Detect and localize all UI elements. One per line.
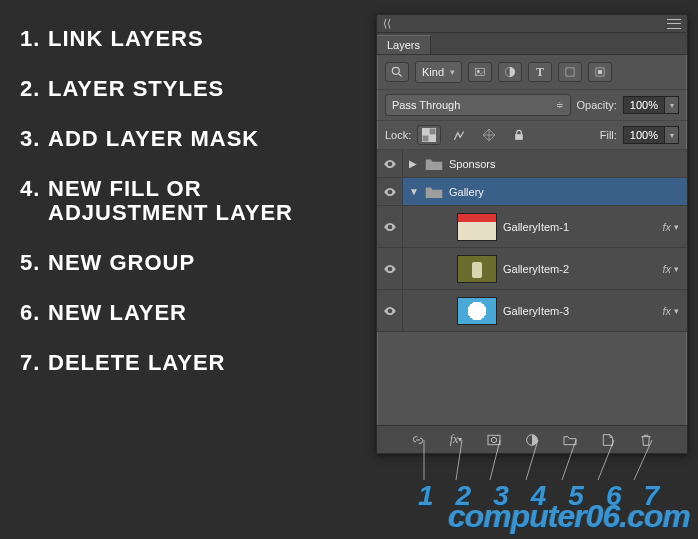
layer-thumbnail [457, 297, 497, 325]
lock-all-icon[interactable] [507, 125, 531, 145]
link-layers-button[interactable] [408, 430, 428, 450]
visibility-toggle[interactable] [377, 248, 403, 289]
filter-kind-dropdown[interactable]: Kind▾ [415, 61, 462, 83]
lock-row: Lock: Fill: 100%▾ [377, 121, 687, 150]
callout-numbers: 1 2 3 4 5 6 7 [418, 480, 698, 512]
opacity-input[interactable]: 100%▾ [623, 96, 679, 114]
legend-item: 1.Link Layers [20, 28, 293, 50]
visibility-toggle[interactable] [377, 178, 403, 205]
panel-menu-icon[interactable] [667, 19, 681, 29]
svg-point-0 [392, 67, 399, 74]
legend-item: 7.Delete Layer [20, 352, 293, 374]
visibility-toggle[interactable] [377, 290, 403, 331]
disclosure-icon[interactable]: ▼ [409, 186, 419, 197]
lock-label: Lock: [385, 129, 411, 141]
svg-line-1 [399, 74, 402, 77]
visibility-toggle[interactable] [377, 206, 403, 247]
fx-badge[interactable]: fx ▾ [662, 305, 679, 317]
disclosure-icon[interactable]: ▶ [409, 158, 419, 169]
blend-row: Pass Through≑ Opacity: 100%▾ [377, 90, 687, 121]
fx-badge[interactable]: fx ▾ [662, 221, 679, 233]
folder-icon [425, 185, 443, 199]
layer-name: Sponsors [449, 158, 495, 170]
tab-layers[interactable]: Layers [377, 35, 431, 54]
legend-item: Adjustment Layer [20, 202, 293, 224]
svg-rect-10 [429, 128, 436, 135]
blend-mode-dropdown[interactable]: Pass Through≑ [385, 94, 571, 116]
search-icon[interactable] [385, 62, 409, 82]
adjustment-layer-button[interactable] [522, 430, 542, 450]
layers-panel: ⟨⟨ Layers Kind▾ T Pass Through≑ Opacity:… [376, 14, 688, 454]
filter-adjust-icon[interactable] [498, 62, 522, 82]
filter-row: Kind▾ T [377, 55, 687, 90]
legend-item: 2.Layer Styles [20, 78, 293, 100]
panel-bottom-bar: fx▾ [377, 425, 687, 453]
new-layer-button[interactable] [598, 430, 618, 450]
svg-rect-12 [516, 134, 523, 139]
layer-name: GalleryItem-1 [503, 221, 569, 233]
legend-list: 1.Link Layers 2.Layer Styles 3.Add Layer… [20, 28, 293, 402]
new-group-button[interactable] [560, 430, 580, 450]
layer-styles-button[interactable]: fx▾ [446, 430, 466, 450]
layer-thumbnail [457, 213, 497, 241]
layer-group-sponsors[interactable]: ▶ Sponsors [377, 150, 687, 178]
legend-item: 6.New Layer [20, 302, 293, 324]
layers-list: ▶ Sponsors ▼ Gallery GalleryItem-1 fx ▾ [377, 150, 687, 332]
svg-rect-11 [422, 135, 429, 142]
svg-rect-5 [566, 68, 574, 76]
layer-thumbnail [457, 255, 497, 283]
layer-item[interactable]: GalleryItem-2 fx ▾ [377, 248, 687, 290]
lock-transparent-icon[interactable] [417, 125, 441, 145]
callout-number: 6 [606, 480, 622, 512]
callout-number: 7 [643, 480, 659, 512]
legend-item: 3.Add Layer Mask [20, 128, 293, 150]
legend-item: 5.New Group [20, 252, 293, 274]
layer-name: Gallery [449, 186, 484, 198]
lock-position-icon[interactable] [477, 125, 501, 145]
panel-tabs: Layers [377, 33, 687, 55]
layer-name: GalleryItem-2 [503, 263, 569, 275]
filter-pixel-icon[interactable] [468, 62, 492, 82]
svg-rect-9 [429, 135, 436, 142]
fill-label: Fill: [600, 129, 617, 141]
layer-group-gallery[interactable]: ▼ Gallery [377, 178, 687, 206]
fill-input[interactable]: 100%▾ [623, 126, 679, 144]
svg-point-14 [491, 437, 496, 442]
callout-number: 1 [418, 480, 434, 512]
svg-rect-8 [422, 128, 429, 135]
visibility-toggle[interactable] [377, 150, 403, 177]
layer-item[interactable]: GalleryItem-1 fx ▾ [377, 206, 687, 248]
layer-name: GalleryItem-3 [503, 305, 569, 317]
svg-rect-7 [598, 70, 602, 74]
panel-titlebar: ⟨⟨ [377, 15, 687, 33]
callout-number: 5 [568, 480, 584, 512]
lock-image-icon[interactable] [447, 125, 471, 145]
delete-layer-button[interactable] [636, 430, 656, 450]
add-mask-button[interactable] [484, 430, 504, 450]
fx-badge[interactable]: fx ▾ [662, 263, 679, 275]
callout-number: 2 [456, 480, 472, 512]
filter-type-icon[interactable]: T [528, 62, 552, 82]
callout-number: 4 [531, 480, 547, 512]
close-icon[interactable]: ⟨⟨ [383, 17, 391, 30]
opacity-label: Opacity: [577, 99, 617, 111]
folder-icon [425, 157, 443, 171]
layer-item[interactable]: GalleryItem-3 fx ▾ [377, 290, 687, 332]
legend-item: 4.New Fill or [20, 178, 293, 200]
callout-number: 3 [493, 480, 509, 512]
filter-shape-icon[interactable] [558, 62, 582, 82]
filter-smart-icon[interactable] [588, 62, 612, 82]
